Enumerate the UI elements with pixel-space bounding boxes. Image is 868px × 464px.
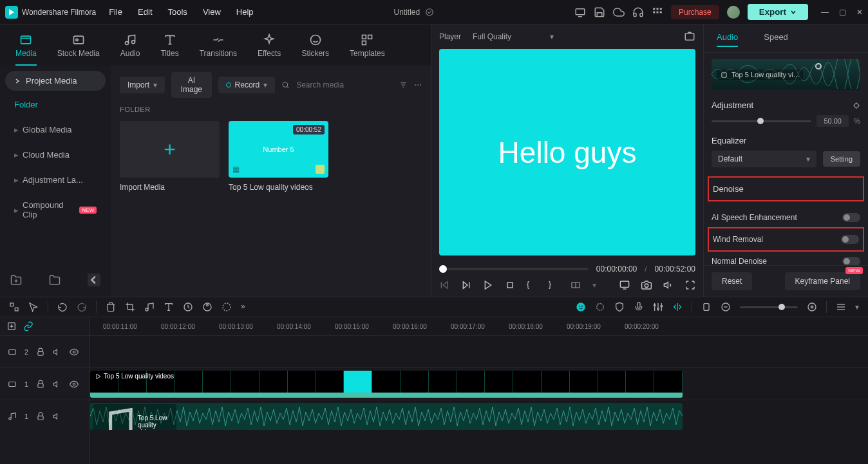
filter-icon[interactable] (399, 80, 408, 90)
tab-stock-media[interactable]: Stock Media (57, 30, 100, 66)
ai-assistant-icon[interactable] (576, 302, 586, 312)
sidebar-adjustment-layer[interactable]: ▸Adjustment La... (5, 169, 106, 191)
tab-transitions[interactable]: Transitions (200, 30, 237, 66)
fullscreen-icon[interactable] (685, 280, 695, 290)
keyframe-diamond-icon[interactable] (853, 102, 860, 109)
music-icon[interactable] (144, 302, 155, 312)
add-track-icon[interactable] (6, 321, 17, 331)
tab-templates[interactable]: Templates (350, 30, 385, 66)
delete-icon[interactable] (106, 302, 116, 312)
text-icon[interactable] (164, 302, 174, 312)
sync-icon[interactable] (425, 8, 434, 17)
cursor-icon[interactable] (28, 302, 39, 312)
search-input[interactable] (296, 80, 393, 89)
snapshot-gallery-icon[interactable] (684, 31, 695, 42)
color-icon[interactable] (202, 302, 212, 312)
keyframe-panel-button[interactable]: Keyframe Panel NEW (785, 272, 860, 290)
sidebar-global-media[interactable]: ▸Global Media (5, 118, 106, 141)
aspect-icon[interactable] (571, 280, 581, 290)
window-close[interactable]: ✕ (856, 8, 863, 17)
play-icon[interactable] (483, 280, 493, 290)
headphones-icon[interactable] (632, 6, 644, 18)
mute-icon[interactable] (53, 348, 62, 357)
undo-icon[interactable] (57, 302, 68, 312)
menu-view[interactable]: View (203, 7, 221, 17)
eye-icon[interactable] (70, 380, 79, 389)
video-clip[interactable]: Top 5 Low quality videos (90, 371, 683, 398)
mic-icon[interactable] (634, 302, 644, 312)
adjustment-slider[interactable] (712, 120, 811, 122)
import-media-card[interactable]: + Import Media (120, 121, 220, 192)
folder-icon[interactable] (49, 274, 61, 286)
sidebar-compound-clip[interactable]: ▸Compound ClipNEW (5, 194, 106, 226)
window-minimize[interactable]: — (821, 8, 829, 17)
wind-removal-toggle[interactable] (841, 235, 859, 244)
tab-stickers[interactable]: Stickers (301, 30, 329, 66)
crop-icon[interactable] (125, 302, 135, 312)
media-item-video[interactable]: 00:00:52 Number 5 ▦ ✓ Top 5 Low quality … (229, 121, 328, 192)
purchase-button[interactable]: Purchase (671, 5, 719, 19)
mark-out-icon[interactable]: } (549, 280, 559, 290)
camera-icon[interactable] (641, 280, 652, 290)
normal-denoise-toggle[interactable] (842, 257, 860, 265)
mask-icon[interactable] (222, 302, 232, 312)
cloud-icon[interactable] (613, 6, 625, 18)
more-icon[interactable]: ⋯ (414, 80, 422, 89)
reset-button[interactable]: Reset (712, 272, 752, 290)
equalizer-preset-select[interactable]: Default▾ (712, 151, 816, 167)
audio-track-1[interactable]: Top 5 Low quality videos (90, 400, 868, 432)
mute-icon[interactable] (53, 380, 62, 389)
video-track-1-header[interactable]: 1 (0, 367, 90, 400)
lock-icon[interactable] (36, 380, 45, 389)
volume-icon[interactable] (663, 280, 674, 290)
split-icon[interactable] (672, 302, 683, 312)
shield-icon[interactable] (614, 302, 625, 312)
timeline-tracks-area[interactable]: 00:00:11:00 00:00:12:00 00:00:13:00 00:0… (90, 317, 868, 464)
link-icon[interactable] (23, 321, 33, 331)
quality-selector[interactable]: Full Quality ▾ (473, 32, 554, 41)
redo-icon[interactable] (77, 302, 87, 312)
export-button[interactable]: Export (748, 4, 808, 20)
tab-audio[interactable]: Audio (120, 30, 140, 66)
search-icon[interactable] (281, 80, 290, 90)
screen-icon[interactable] (574, 6, 586, 18)
speed-icon[interactable] (183, 302, 193, 312)
mixer-icon[interactable] (653, 302, 663, 312)
menu-help[interactable]: Help (236, 7, 254, 17)
tab-titles[interactable]: Titles (160, 30, 178, 66)
mute-icon[interactable] (53, 412, 62, 421)
tab-effects[interactable]: Effects (258, 30, 281, 66)
project-media-button[interactable]: Project Media (5, 71, 106, 91)
marker-circle-icon[interactable] (595, 302, 605, 312)
prev-icon[interactable] (439, 280, 449, 290)
timeline-ruler[interactable]: 00:00:11:00 00:00:12:00 00:00:13:00 00:0… (90, 317, 868, 335)
ai-image-button[interactable]: AI Image (171, 72, 212, 98)
display-icon[interactable] (619, 280, 630, 290)
mark-in-icon[interactable]: { (527, 280, 537, 290)
avatar[interactable] (727, 6, 740, 19)
sidebar-cloud-media[interactable]: ▸Cloud Media (5, 144, 106, 166)
ai-speech-toggle[interactable] (842, 213, 860, 222)
video-track-2-header[interactable]: 2 (0, 335, 90, 367)
more-tools-icon[interactable]: » (241, 302, 251, 312)
seek-slider[interactable] (439, 268, 589, 270)
menu-edit[interactable]: Edit (138, 7, 152, 17)
fit-icon[interactable] (9, 302, 19, 312)
window-maximize[interactable]: ▢ (839, 8, 846, 17)
zoom-slider[interactable] (740, 306, 798, 308)
record-button[interactable]: Record▾ (218, 77, 276, 93)
zoom-out-icon[interactable] (721, 302, 731, 312)
import-button[interactable]: Import▾ (120, 77, 165, 93)
eye-icon[interactable] (70, 348, 79, 357)
add-folder-icon[interactable] (10, 274, 22, 286)
step-forward-icon[interactable] (461, 280, 471, 290)
audio-track-1-header[interactable]: 1 (0, 400, 90, 432)
marker-add-icon[interactable] (701, 302, 712, 312)
stop-icon[interactable] (505, 280, 515, 290)
tab-audio-inspector[interactable]: Audio (717, 32, 738, 47)
collapse-sidebar-icon[interactable] (88, 274, 100, 286)
equalizer-setting-button[interactable]: Setting (823, 151, 860, 167)
folder-filter[interactable]: Folder (5, 93, 106, 116)
list-view-icon[interactable] (836, 302, 846, 312)
video-track-2[interactable] (90, 335, 868, 367)
